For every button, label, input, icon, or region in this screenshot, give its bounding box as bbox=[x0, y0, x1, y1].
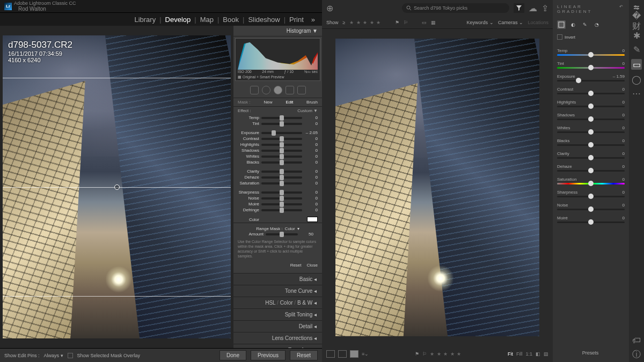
radial-rail-icon[interactable]: ◯ bbox=[632, 75, 641, 84]
cc-slider-sharpness[interactable]: Sharpness0 bbox=[557, 187, 625, 200]
rating-filter[interactable]: ★ ★ ★ ★ ★ bbox=[349, 20, 381, 25]
share-icon[interactable]: ⇪ bbox=[541, 3, 548, 13]
sort-icon[interactable]: ≡⌄ bbox=[362, 351, 369, 357]
panel-basic[interactable]: Basic ◂ bbox=[233, 273, 322, 285]
brush-rail-icon[interactable]: ✎ bbox=[632, 45, 641, 54]
cc-slider-noise[interactable]: Noise0 bbox=[557, 200, 625, 212]
cc-slider-shadows[interactable]: Shadows0 bbox=[557, 109, 625, 122]
slider-defringe[interactable]: Defringe0 bbox=[233, 207, 322, 213]
slider-whites[interactable]: Whites0 bbox=[233, 153, 322, 159]
nav-more[interactable]: » bbox=[308, 16, 319, 24]
cc-slider-highlights[interactable]: Highlights0 bbox=[557, 97, 625, 109]
keywords-dropdown[interactable]: Keywords ⌄ bbox=[466, 20, 494, 25]
filter-funnel-icon[interactable] bbox=[514, 3, 524, 13]
cc-slider-temp[interactable]: Temp0 bbox=[557, 45, 625, 58]
radial-tool[interactable] bbox=[286, 86, 294, 94]
image-canvas[interactable]: d798-5037.CR2 16/11/2017 07:34:59 4160 x… bbox=[0, 26, 233, 348]
locations-dropdown[interactable]: Locations bbox=[528, 20, 548, 25]
linear-gradient-tool[interactable] bbox=[557, 20, 566, 29]
detail-view-button[interactable] bbox=[350, 350, 358, 358]
nav-book[interactable]: Book bbox=[219, 16, 243, 24]
grid-view-button[interactable] bbox=[326, 350, 335, 358]
slider-clarity[interactable]: Clarity0 bbox=[233, 168, 322, 174]
mask-edit[interactable]: Edit bbox=[286, 100, 293, 105]
radial-gradient-tool[interactable]: ◐ bbox=[569, 20, 577, 29]
heal-rail-icon[interactable]: ✱ bbox=[632, 31, 641, 40]
invert-checkbox[interactable]: Invert bbox=[557, 31, 625, 45]
flag-pick-icon[interactable]: ⚑ bbox=[395, 20, 399, 25]
panel-lens-corrections[interactable]: Lens Corrections ◂ bbox=[233, 332, 322, 344]
add-icon[interactable]: ⊕ bbox=[326, 3, 333, 13]
nav-slideshow[interactable]: Slideshow bbox=[244, 16, 283, 24]
panel-split-toning[interactable]: Split Toning ◂ bbox=[233, 308, 322, 320]
crop-tool[interactable] bbox=[250, 86, 259, 94]
slider-contrast[interactable]: Contrast0 bbox=[233, 136, 322, 142]
nav-develop[interactable]: Develop bbox=[162, 16, 195, 24]
cc-slider-contrast[interactable]: Contrast0 bbox=[557, 84, 625, 97]
spot-tool[interactable] bbox=[262, 86, 270, 94]
cameras-dropdown[interactable]: Cameras ⌄ bbox=[498, 20, 524, 25]
slider-blacks[interactable]: Blacks0 bbox=[233, 159, 322, 165]
slider-moiré[interactable]: Moiré0 bbox=[233, 201, 322, 207]
compare-icon[interactable]: ◧ bbox=[536, 351, 540, 357]
cc-slider-blacks[interactable]: Blacks0 bbox=[557, 135, 625, 148]
cc-slider-moiré[interactable]: Moiré0 bbox=[557, 212, 625, 225]
slider-sharpness[interactable]: Sharpness0 bbox=[233, 189, 322, 195]
done-button[interactable]: Done bbox=[219, 350, 246, 360]
nav-map[interactable]: Map bbox=[196, 16, 217, 24]
histogram-header[interactable]: Histogram ▼ bbox=[233, 26, 322, 36]
slider-dehaze[interactable]: Dehaze0 bbox=[233, 174, 322, 180]
gradient-tool[interactable] bbox=[274, 86, 282, 94]
filmstrip-icon[interactable]: ▤ bbox=[544, 351, 548, 357]
slider-temp[interactable]: Temp0 bbox=[233, 115, 322, 121]
panel-tone-curve[interactable]: Tone Curve ◂ bbox=[233, 285, 322, 297]
cc-slider-exposure[interactable]: Exposure– 1.59 bbox=[557, 71, 625, 84]
cc-image-canvas[interactable] bbox=[322, 29, 553, 346]
slider-noise[interactable]: Noise0 bbox=[233, 195, 322, 201]
flag-icon[interactable]: ⚑ bbox=[415, 351, 419, 357]
gradient-pin[interactable] bbox=[114, 184, 120, 190]
cloud-icon[interactable]: ☁ bbox=[529, 3, 537, 13]
previous-button[interactable]: Previous bbox=[251, 350, 286, 360]
reset-button[interactable]: Reset bbox=[290, 350, 318, 360]
slider-saturation[interactable]: Saturation0 bbox=[233, 180, 322, 186]
cc-slider-whites[interactable]: Whites0 bbox=[557, 122, 625, 135]
cc-slider-tint[interactable]: Tint0 bbox=[557, 58, 625, 71]
rating-stars[interactable]: ★ ★ ★ ★ ★ bbox=[430, 351, 462, 357]
rm-close[interactable]: Close bbox=[307, 263, 318, 268]
unflag-icon[interactable]: ⚐ bbox=[422, 351, 427, 357]
rm-reset[interactable]: Reset bbox=[290, 263, 302, 268]
slider-highlights[interactable]: Highlights0 bbox=[233, 142, 322, 147]
panel-detail[interactable]: Detail ◂ bbox=[233, 320, 322, 332]
slider-tint[interactable]: Tint0 bbox=[233, 121, 322, 127]
mask-brush[interactable]: Brush bbox=[306, 100, 318, 105]
keyword-rail-icon[interactable]: 🏷 bbox=[632, 336, 641, 345]
info-rail-icon[interactable]: ⓘ bbox=[632, 350, 641, 359]
zoom-fit[interactable]: Fit bbox=[508, 351, 513, 357]
pins-mode-dropdown[interactable]: Always ▾ bbox=[44, 353, 63, 358]
panel-hsl-----color-----b---w[interactable]: HSL / Color / B & W ◂ bbox=[233, 297, 322, 308]
search-input[interactable]: Search d798 Tokyo picks bbox=[402, 3, 509, 13]
crop-rail-icon[interactable]: �财 bbox=[632, 17, 641, 26]
mask-new[interactable]: New bbox=[264, 100, 272, 105]
cc-slider-dehaze[interactable]: Dehaze0 bbox=[557, 161, 625, 174]
mask-overlay-checkbox[interactable] bbox=[68, 353, 73, 358]
square-view-button[interactable] bbox=[338, 350, 347, 358]
zoom-1to1[interactable]: 1:1 bbox=[526, 351, 533, 357]
gradient-rail-icon[interactable]: ▭ bbox=[631, 59, 642, 70]
brush-tool[interactable] bbox=[297, 86, 306, 94]
flag-reject-icon[interactable]: ⚐ bbox=[404, 20, 408, 25]
cc-slider-clarity[interactable]: Clarity0 bbox=[557, 148, 625, 161]
brush-mask-tool[interactable]: ✎ bbox=[581, 20, 589, 29]
nav-library[interactable]: Library bbox=[130, 16, 159, 24]
undo-icon[interactable]: ↶ bbox=[619, 4, 625, 14]
zoom-fill[interactable]: Fill bbox=[516, 351, 523, 357]
eraser-tool[interactable]: ◔ bbox=[592, 20, 601, 29]
histogram[interactable]: ISO 20024 mmƒ / 10¹⁄₂₅₀ sec ▦ Original +… bbox=[235, 38, 320, 81]
view-grid-icon[interactable]: ▦ bbox=[431, 20, 436, 25]
nav-print[interactable]: Print bbox=[286, 16, 308, 24]
more-icon[interactable]: ⋯ bbox=[632, 89, 641, 98]
panel-transform[interactable]: Transform ◂ bbox=[233, 344, 322, 348]
color-swatch[interactable] bbox=[307, 217, 318, 222]
cc-slider-saturation[interactable]: Saturation0 bbox=[557, 174, 625, 187]
